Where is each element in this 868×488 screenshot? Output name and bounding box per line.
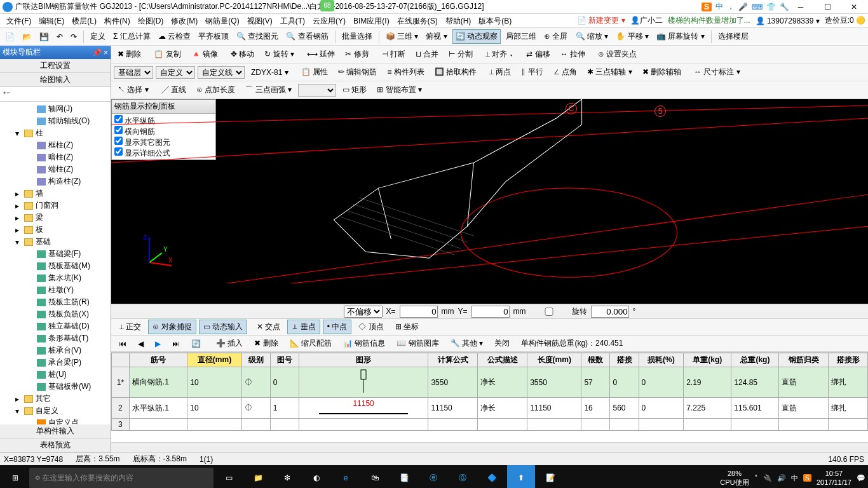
type-select[interactable]: 自定义线 (198, 66, 245, 79)
start-button[interactable]: ⊞ (3, 465, 28, 488)
table-row[interactable]: 2水平纵筋.110⏀11115011150净长111501656007.2251… (112, 398, 868, 419)
horizontal-scrollbar[interactable] (111, 442, 868, 452)
cloud-check-button[interactable]: ☁ 云检查 (156, 30, 193, 43)
table-header[interactable]: 筋号 (129, 353, 187, 367)
tray-ime-icon[interactable]: 中 (791, 473, 798, 483)
rotate-checkbox[interactable] (530, 308, 568, 316)
scale-rebar[interactable]: 📐 缩尺配筋 (286, 337, 336, 350)
extend-button[interactable]: ⟷ 延伸 (303, 48, 339, 61)
mid-snap[interactable]: • 中点 (323, 320, 352, 334)
keyboard-icon[interactable]: ⌨ (752, 3, 763, 11)
perp-snap[interactable]: ⊥ 垂点 (287, 320, 320, 334)
attr-button[interactable]: 📋 属性 (297, 65, 332, 79)
tree-node[interactable]: 自定义点 (0, 417, 111, 424)
tree-node[interactable]: 筏板负筋(X) (0, 308, 111, 320)
undo-icon[interactable]: ↶ (54, 31, 65, 43)
pan-button[interactable]: ✋ 平移 ▾ (613, 30, 651, 43)
tray-up-icon[interactable]: ˄ (754, 474, 758, 482)
two-point-button[interactable]: ⟂ 两点 (485, 65, 515, 79)
table-row[interactable]: 3 (112, 419, 868, 431)
nav-refresh[interactable]: 🔄 (187, 338, 205, 349)
menu-edit[interactable]: 编辑(E) (35, 14, 68, 28)
tree-node[interactable]: 构造柱(Z) (0, 175, 111, 187)
tree-node[interactable]: 筏板主筋(R) (0, 296, 111, 308)
menu-help[interactable]: 帮助(H) (442, 14, 475, 28)
tray-sogou-icon[interactable]: S (803, 474, 811, 482)
ime-shirt-icon[interactable]: 👕 (766, 3, 776, 11)
menu-draw[interactable]: 绘图(D) (134, 14, 168, 28)
align-button[interactable]: ⟂ 对齐 ▾ (482, 48, 518, 61)
floor-select[interactable]: 基础层 (114, 66, 153, 79)
rebar-library[interactable]: 📖 钢筋图库 (393, 337, 442, 350)
tree-node[interactable]: 承台梁(P) (0, 356, 111, 369)
move-button[interactable]: ✥ 移动 (227, 48, 258, 61)
nav-next[interactable]: ▶ (151, 338, 165, 349)
ortho-toggle[interactable]: ⟂ 正交 (115, 320, 146, 334)
menu-cloud[interactable]: 云应用(Y) (309, 14, 349, 28)
pick-comp-button[interactable]: 🔲 拾取构件 (431, 65, 480, 79)
tree-node[interactable]: ▸其它 (0, 393, 111, 405)
top-view-button[interactable]: 俯视 ▾ (423, 30, 449, 43)
rotate-button[interactable]: ↻ 旋转 ▾ (261, 48, 298, 61)
expand-icon[interactable]: ⁺⁻ (3, 90, 10, 98)
stretch-button[interactable]: ↔ 拉伸 (557, 48, 589, 61)
tree-node[interactable]: ▸墙 (0, 187, 111, 200)
menu-floor[interactable]: 楼层(L) (68, 14, 100, 28)
sidebar-tab-single[interactable]: 单构件输入 (0, 424, 111, 438)
category-select[interactable]: 自定义 (156, 66, 195, 79)
close-button[interactable]: ✕ (841, 1, 867, 13)
tree-node[interactable]: 柱墩(Y) (0, 284, 111, 296)
table-header[interactable]: 计算公式 (428, 353, 478, 367)
copy-button[interactable]: 📋 复制 (150, 48, 184, 61)
three-aux-button[interactable]: ✱ 三点辅轴 ▾ (583, 65, 636, 79)
nav-prev[interactable]: ◀ (134, 338, 147, 349)
trim-button[interactable]: ✂ 修剪 (341, 48, 372, 61)
table-header[interactable]: 搭接形 (829, 353, 868, 367)
table-header[interactable]: 单重(kg) (684, 353, 731, 367)
new-change-button[interactable]: 📄 新建变更 ▾ (577, 15, 625, 26)
smart-layout-tool[interactable]: ⊞ 智能布置 ▾ (373, 83, 426, 97)
insert-row[interactable]: ➕ 插入 (212, 337, 247, 350)
menu-version[interactable]: 版本号(B) (475, 14, 515, 28)
dimension-button[interactable]: ↔ 尺寸标注 ▾ (690, 65, 744, 79)
menu-rebar[interactable]: 钢筋量(Q) (201, 14, 243, 28)
define-button[interactable]: 定义 (88, 30, 108, 43)
table-header[interactable]: 总重(kg) (731, 353, 779, 367)
select-tool[interactable]: ↖ 选择 ▾ (114, 83, 153, 97)
batch-select-button[interactable]: 批量选择 (339, 30, 375, 43)
menu-modify[interactable]: 修改(M) (167, 14, 201, 28)
flat-slab-button[interactable]: 平齐板顶 (196, 30, 231, 43)
app2-icon[interactable]: 📑 (390, 465, 418, 488)
open-file-icon[interactable]: 📂 (20, 31, 34, 43)
new-file-icon[interactable]: 📄 (3, 31, 17, 43)
component-tree[interactable]: 轴网(J)辅助轴线(O)▾柱框柱(Z)暗柱(Z)端柱(Z)构造柱(Z)▸墙▸门窗… (0, 102, 111, 424)
rebar-other[interactable]: 🔧 其他 ▾ (447, 337, 487, 350)
chrome-icon[interactable]: ◐ (302, 465, 330, 488)
sum-calc-button[interactable]: Σ 汇总计算 (111, 30, 153, 43)
clamp-button[interactable]: ⊙ 设置夹点 (594, 48, 641, 61)
arc3-tool[interactable]: ⌒ 三点画弧 ▾ (241, 83, 295, 97)
coin-balance[interactable]: 造价豆:0 🟡 (825, 15, 865, 26)
sidebar-tab-draw[interactable]: 绘图输入 (0, 73, 111, 87)
delete-button[interactable]: ✖ 删除 (114, 48, 145, 61)
table-header[interactable]: 公式描述 (478, 353, 527, 367)
tree-node[interactable]: ▸梁 (0, 212, 111, 224)
sidebar-tab-preview[interactable]: 表格预览 (0, 438, 111, 452)
offset-button[interactable]: ⇄ 偏移 (522, 48, 553, 61)
tray-clock[interactable]: 10:572017/11/17 (817, 469, 851, 487)
menu-file[interactable]: 文件(F) (3, 14, 35, 28)
local-3d-button[interactable]: 局部三维 (503, 30, 539, 43)
parallel-button[interactable]: ∥ 平行 (517, 65, 546, 79)
table-header[interactable]: 根数 (581, 353, 610, 367)
menu-tools[interactable]: 工具(T) (276, 14, 309, 28)
tree-node[interactable]: 基础梁(F) (0, 248, 111, 260)
tree-node[interactable]: 独立基础(D) (0, 320, 111, 332)
table-header[interactable]: 级别 (241, 353, 270, 367)
menu-bim[interactable]: BIM应用(I) (349, 14, 393, 28)
notice-link[interactable]: 楼梯的构件数量增加了... (668, 15, 750, 26)
tray-speaker-icon[interactable]: 🔊 (777, 474, 786, 482)
tree-node[interactable]: 条形基础(T) (0, 332, 111, 344)
del-aux-button[interactable]: ✖ 删除辅轴 (639, 65, 685, 79)
zoom-button[interactable]: 🔍 缩放 ▾ (573, 30, 611, 43)
cross-snap[interactable]: ✕ 交点 (252, 320, 285, 334)
